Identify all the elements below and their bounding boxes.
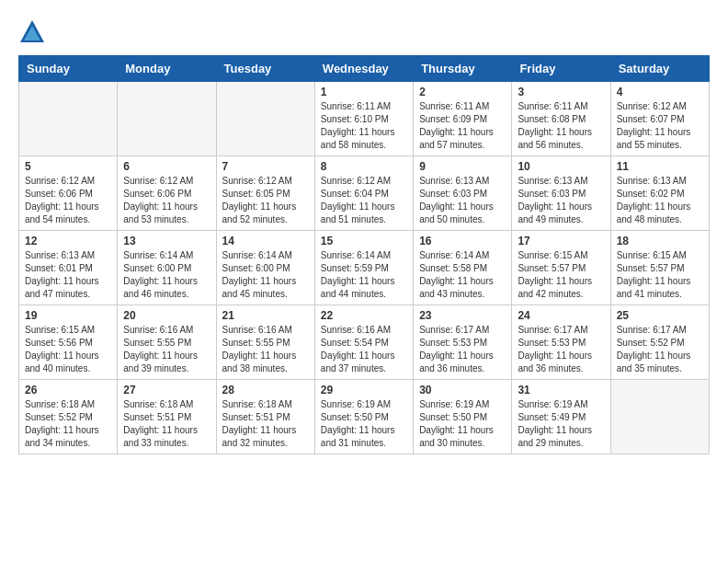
day-info: Sunrise: 6:18 AM Sunset: 5:51 PM Dayligh… [222,398,309,450]
day-number: 7 [222,160,309,173]
calendar-cell: 26Sunrise: 6:18 AM Sunset: 5:52 PM Dayli… [19,380,118,454]
calendar-cell: 30Sunrise: 6:19 AM Sunset: 5:50 PM Dayli… [414,380,512,454]
day-number: 25 [617,309,703,322]
logo-icon [18,18,46,46]
day-number: 17 [518,235,604,247]
day-info: Sunrise: 6:13 AM Sunset: 6:03 PM Dayligh… [419,175,506,226]
calendar-cell: 10Sunrise: 6:13 AM Sunset: 6:03 PM Dayli… [512,156,610,231]
day-info: Sunrise: 6:12 AM Sunset: 6:06 PM Dayligh… [25,175,111,226]
day-info: Sunrise: 6:13 AM Sunset: 6:01 PM Dayligh… [25,249,111,301]
day-number: 22 [321,309,407,322]
day-number: 9 [419,160,506,173]
day-number: 5 [25,160,111,173]
day-info: Sunrise: 6:14 AM Sunset: 6:00 PM Dayligh… [123,249,210,301]
calendar-week-3: 19Sunrise: 6:15 AM Sunset: 5:56 PM Dayli… [19,305,710,380]
page-header [18,18,710,46]
calendar-cell: 11Sunrise: 6:13 AM Sunset: 6:02 PM Dayli… [610,156,709,231]
day-info: Sunrise: 6:11 AM Sunset: 6:09 PM Dayligh… [419,100,506,152]
day-number: 31 [518,384,604,396]
day-info: Sunrise: 6:15 AM Sunset: 5:57 PM Dayligh… [518,249,604,301]
day-info: Sunrise: 6:19 AM Sunset: 5:50 PM Dayligh… [419,398,506,450]
calendar-cell [19,82,118,156]
calendar-cell: 31Sunrise: 6:19 AM Sunset: 5:49 PM Dayli… [512,380,610,454]
day-number: 14 [222,235,309,247]
calendar-cell: 22Sunrise: 6:16 AM Sunset: 5:54 PM Dayli… [314,305,413,380]
calendar-table: SundayMondayTuesdayWednesdayThursdayFrid… [18,55,710,454]
calendar-cell: 27Sunrise: 6:18 AM Sunset: 5:51 PM Dayli… [118,380,216,454]
day-info: Sunrise: 6:19 AM Sunset: 5:49 PM Dayligh… [518,398,604,450]
day-info: Sunrise: 6:15 AM Sunset: 5:57 PM Dayligh… [617,249,703,301]
weekday-header-saturday: Saturday [610,56,709,82]
day-info: Sunrise: 6:14 AM Sunset: 5:59 PM Dayligh… [321,249,407,301]
day-info: Sunrise: 6:12 AM Sunset: 6:04 PM Dayligh… [321,175,407,226]
day-number: 11 [617,160,703,173]
day-info: Sunrise: 6:13 AM Sunset: 6:03 PM Dayligh… [518,175,604,226]
calendar-cell: 16Sunrise: 6:14 AM Sunset: 5:58 PM Dayli… [414,231,512,305]
day-info: Sunrise: 6:16 AM Sunset: 5:54 PM Dayligh… [321,324,407,375]
weekday-row: SundayMondayTuesdayWednesdayThursdayFrid… [19,56,710,82]
calendar-cell: 13Sunrise: 6:14 AM Sunset: 6:00 PM Dayli… [118,231,216,305]
day-number: 27 [123,384,210,396]
calendar-cell: 28Sunrise: 6:18 AM Sunset: 5:51 PM Dayli… [216,380,314,454]
day-info: Sunrise: 6:17 AM Sunset: 5:52 PM Dayligh… [617,324,703,375]
calendar-week-0: 1Sunrise: 6:11 AM Sunset: 6:10 PM Daylig… [19,82,710,156]
day-number: 20 [123,309,210,322]
calendar-cell: 18Sunrise: 6:15 AM Sunset: 5:57 PM Dayli… [610,231,709,305]
day-number: 12 [25,235,111,247]
calendar-cell: 1Sunrise: 6:11 AM Sunset: 6:10 PM Daylig… [314,82,413,156]
calendar-cell: 19Sunrise: 6:15 AM Sunset: 5:56 PM Dayli… [19,305,118,380]
calendar-cell: 17Sunrise: 6:15 AM Sunset: 5:57 PM Dayli… [512,231,610,305]
day-info: Sunrise: 6:18 AM Sunset: 5:52 PM Dayligh… [25,398,111,450]
calendar-cell: 15Sunrise: 6:14 AM Sunset: 5:59 PM Dayli… [314,231,413,305]
calendar-header: SundayMondayTuesdayWednesdayThursdayFrid… [19,56,710,82]
day-number: 21 [222,309,309,322]
calendar-cell: 2Sunrise: 6:11 AM Sunset: 6:09 PM Daylig… [414,82,512,156]
day-info: Sunrise: 6:18 AM Sunset: 5:51 PM Dayligh… [123,398,210,450]
calendar-cell: 25Sunrise: 6:17 AM Sunset: 5:52 PM Dayli… [610,305,709,380]
calendar-cell [610,380,709,454]
day-number: 3 [518,86,604,98]
day-info: Sunrise: 6:15 AM Sunset: 5:56 PM Dayligh… [25,324,111,375]
day-info: Sunrise: 6:11 AM Sunset: 6:08 PM Dayligh… [518,100,604,152]
weekday-header-tuesday: Tuesday [216,56,314,82]
weekday-header-wednesday: Wednesday [314,56,413,82]
calendar-cell: 29Sunrise: 6:19 AM Sunset: 5:50 PM Dayli… [314,380,413,454]
calendar-cell: 23Sunrise: 6:17 AM Sunset: 5:53 PM Dayli… [414,305,512,380]
day-number: 1 [321,86,407,98]
day-info: Sunrise: 6:14 AM Sunset: 5:58 PM Dayligh… [419,249,506,301]
calendar-cell: 6Sunrise: 6:12 AM Sunset: 6:06 PM Daylig… [118,156,216,231]
day-info: Sunrise: 6:12 AM Sunset: 6:06 PM Dayligh… [123,175,210,226]
calendar-cell: 3Sunrise: 6:11 AM Sunset: 6:08 PM Daylig… [512,82,610,156]
weekday-header-monday: Monday [118,56,216,82]
day-number: 6 [123,160,210,173]
calendar-cell: 14Sunrise: 6:14 AM Sunset: 6:00 PM Dayli… [216,231,314,305]
calendar-body: 1Sunrise: 6:11 AM Sunset: 6:10 PM Daylig… [19,82,710,454]
calendar-cell: 12Sunrise: 6:13 AM Sunset: 6:01 PM Dayli… [19,231,118,305]
day-info: Sunrise: 6:17 AM Sunset: 5:53 PM Dayligh… [518,324,604,375]
day-number: 18 [617,235,703,247]
day-number: 4 [617,86,703,98]
day-number: 8 [321,160,407,173]
day-info: Sunrise: 6:17 AM Sunset: 5:53 PM Dayligh… [419,324,506,375]
day-number: 13 [123,235,210,247]
calendar-week-1: 5Sunrise: 6:12 AM Sunset: 6:06 PM Daylig… [19,156,710,231]
day-number: 24 [518,309,604,322]
day-info: Sunrise: 6:14 AM Sunset: 6:00 PM Dayligh… [222,249,309,301]
day-number: 29 [321,384,407,396]
day-number: 19 [25,309,111,322]
day-number: 28 [222,384,309,396]
calendar-cell: 5Sunrise: 6:12 AM Sunset: 6:06 PM Daylig… [19,156,118,231]
day-number: 15 [321,235,407,247]
calendar-cell: 8Sunrise: 6:12 AM Sunset: 6:04 PM Daylig… [314,156,413,231]
day-number: 23 [419,309,506,322]
calendar-cell [216,82,314,156]
day-number: 16 [419,235,506,247]
weekday-header-thursday: Thursday [414,56,512,82]
calendar-cell [118,82,216,156]
day-number: 10 [518,160,604,173]
logo [18,18,50,46]
calendar-cell: 21Sunrise: 6:16 AM Sunset: 5:55 PM Dayli… [216,305,314,380]
day-number: 2 [419,86,506,98]
calendar-cell: 9Sunrise: 6:13 AM Sunset: 6:03 PM Daylig… [414,156,512,231]
day-info: Sunrise: 6:13 AM Sunset: 6:02 PM Dayligh… [617,175,703,226]
